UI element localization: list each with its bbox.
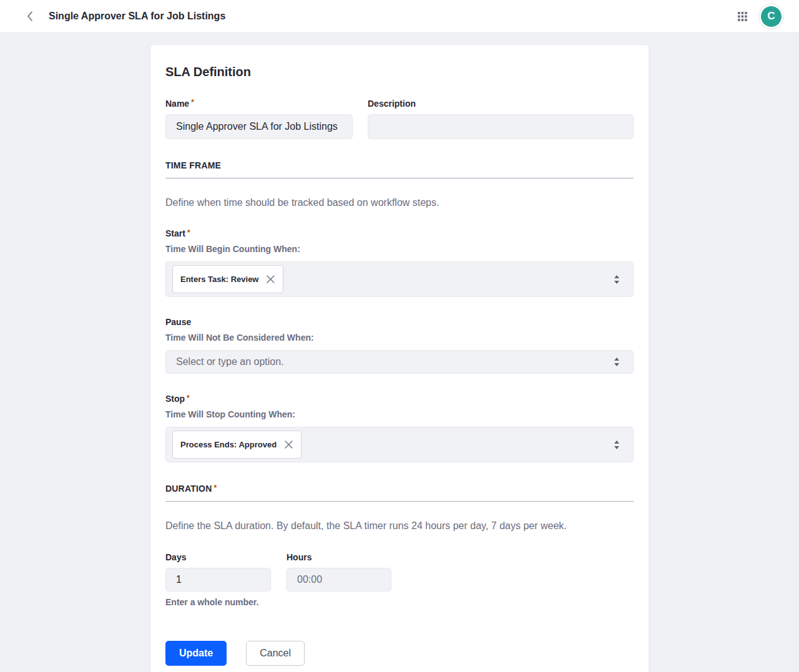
days-helper-text: Enter a whole number. bbox=[165, 597, 271, 607]
pause-label: Pause bbox=[165, 317, 634, 327]
time-frame-section: TIME FRAME Define when time should be tr… bbox=[165, 160, 634, 462]
days-input[interactable] bbox=[165, 568, 271, 592]
back-button[interactable] bbox=[21, 7, 39, 25]
duration-description: Define the SLA duration. By default, the… bbox=[165, 520, 634, 532]
start-chip: Enters Task: Review bbox=[172, 265, 283, 293]
page-title: Single Approver SLA for Job Listings bbox=[49, 11, 225, 22]
start-sublabel: Time Will Begin Counting When: bbox=[165, 244, 634, 254]
pause-select[interactable]: Select or type an option. bbox=[165, 350, 634, 374]
start-field-group: Start* Time Will Begin Counting When: En… bbox=[165, 228, 634, 297]
days-field-group: Days Enter a whole number. bbox=[165, 552, 271, 607]
grid-3x3-icon bbox=[738, 12, 747, 21]
stop-label: Stop* bbox=[165, 394, 634, 404]
name-field-group: Name* bbox=[165, 98, 353, 139]
chip-label: Process Ends: Approved bbox=[180, 440, 277, 449]
user-avatar[interactable]: C bbox=[761, 6, 782, 27]
duration-section-title: DURATION* bbox=[165, 484, 634, 494]
stop-multiselect[interactable]: Process Ends: Approved bbox=[165, 427, 634, 462]
section-divider bbox=[165, 178, 634, 178]
required-asterisk: * bbox=[191, 98, 194, 107]
duration-section: DURATION* Define the SLA duration. By de… bbox=[165, 484, 634, 607]
chip-remove-button[interactable] bbox=[266, 275, 275, 284]
description-field-group: Description bbox=[368, 98, 634, 139]
stop-chip: Process Ends: Approved bbox=[172, 431, 301, 459]
form-actions: Update Cancel bbox=[165, 641, 634, 666]
page-body: SLA Definition Name* Description TIME FR… bbox=[0, 33, 799, 672]
up-down-caret-icon bbox=[613, 356, 620, 368]
required-asterisk: * bbox=[187, 394, 190, 402]
update-button[interactable]: Update bbox=[165, 641, 227, 666]
start-multiselect[interactable]: Enters Task: Review bbox=[165, 261, 634, 297]
hours-field-group: Hours bbox=[287, 552, 391, 607]
x-icon bbox=[266, 275, 275, 284]
required-asterisk: * bbox=[213, 484, 217, 492]
name-label: Name* bbox=[165, 99, 194, 109]
pause-sublabel: Time Will Not Be Considered When: bbox=[165, 333, 634, 343]
up-down-caret-icon bbox=[613, 439, 620, 450]
duration-inputs-row: Days Enter a whole number. Hours bbox=[165, 552, 634, 607]
description-label: Description bbox=[368, 99, 416, 109]
pause-placeholder: Select or type an option. bbox=[176, 356, 284, 368]
cancel-button[interactable]: Cancel bbox=[246, 641, 305, 666]
description-input[interactable] bbox=[368, 114, 634, 139]
name-description-row: Name* Description bbox=[165, 98, 634, 139]
up-down-caret-icon bbox=[613, 274, 620, 285]
stop-sublabel: Time Will Stop Counting When: bbox=[165, 409, 634, 419]
name-input[interactable] bbox=[165, 114, 353, 139]
days-label: Days bbox=[165, 552, 186, 562]
time-frame-section-title: TIME FRAME bbox=[165, 160, 634, 170]
apps-menu-button[interactable] bbox=[733, 7, 751, 25]
sla-definition-card: SLA Definition Name* Description TIME FR… bbox=[150, 44, 649, 672]
required-asterisk: * bbox=[187, 228, 190, 237]
chevron-left-icon bbox=[26, 11, 34, 22]
stop-field-group: Stop* Time Will Stop Counting When: Proc… bbox=[165, 394, 634, 462]
chip-remove-button[interactable] bbox=[284, 440, 293, 449]
time-frame-description: Define when time should be tracked based… bbox=[165, 197, 634, 208]
start-label: Start* bbox=[165, 228, 634, 238]
card-title: SLA Definition bbox=[165, 65, 634, 79]
chip-label: Enters Task: Review bbox=[180, 275, 258, 284]
top-header: Single Approver SLA for Job Listings C bbox=[0, 0, 799, 33]
section-divider bbox=[165, 501, 634, 502]
x-icon bbox=[284, 440, 293, 449]
hours-label: Hours bbox=[287, 552, 311, 562]
pause-field-group: Pause Time Will Not Be Considered When: … bbox=[165, 317, 634, 374]
hours-input[interactable] bbox=[287, 568, 391, 592]
